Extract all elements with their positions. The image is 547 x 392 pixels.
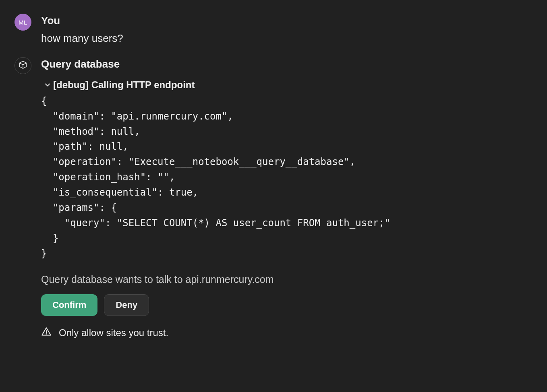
permission-text: Query database wants to talk to api.runm…: [41, 274, 532, 285]
plugin-row: Query database [debug] Calling HTTP endp…: [15, 57, 532, 339]
deny-button[interactable]: Deny: [104, 294, 149, 316]
cube-icon: [19, 60, 27, 71]
permission-buttons: Confirm Deny: [41, 294, 532, 316]
user-message-text: how many users?: [41, 31, 532, 45]
trust-text: Only allow sites you trust.: [59, 327, 168, 338]
plugin-icon-circle: [15, 57, 31, 74]
user-message-row: ML You how many users?: [15, 14, 532, 46]
request-json-block: { "domain": "api.runmercury.com", "metho…: [41, 94, 532, 262]
user-message-content: You how many users?: [41, 14, 532, 46]
user-name: You: [41, 14, 532, 27]
debug-toggle[interactable]: [debug] Calling HTTP endpoint: [44, 79, 532, 91]
avatar-initials: ML: [19, 19, 27, 26]
plugin-title: Query database: [41, 58, 532, 70]
chevron-down-icon: [44, 81, 52, 89]
plugin-content: Query database [debug] Calling HTTP endp…: [41, 57, 532, 339]
confirm-button[interactable]: Confirm: [41, 294, 97, 316]
trust-warning: Only allow sites you trust.: [41, 326, 532, 339]
svg-point-1: [46, 334, 46, 334]
debug-label: [debug] Calling HTTP endpoint: [53, 79, 195, 91]
user-avatar: ML: [15, 14, 31, 31]
warning-icon: [41, 326, 52, 339]
